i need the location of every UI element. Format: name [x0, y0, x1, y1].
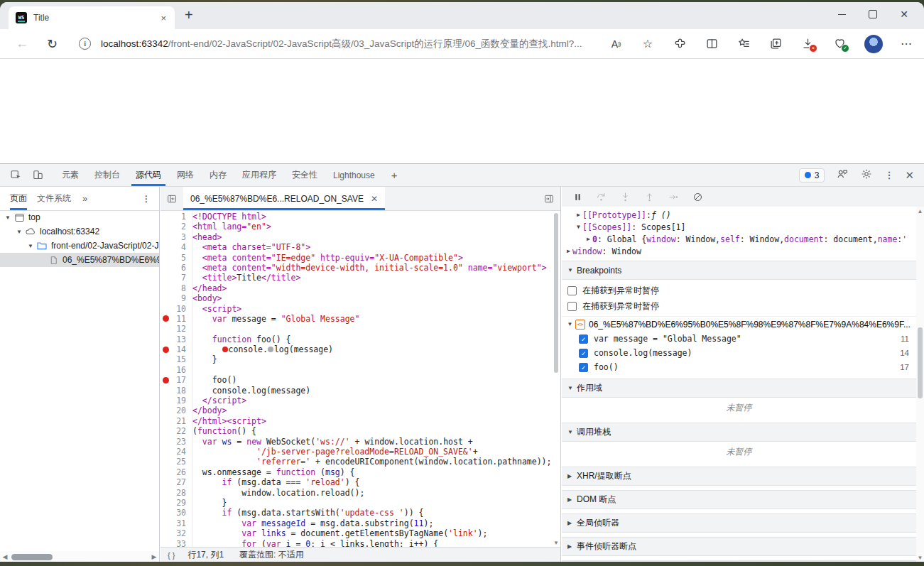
- debugger-section-header[interactable]: ▼作用域: [562, 379, 916, 398]
- gutter-line[interactable]: 19: [161, 396, 192, 406]
- hide-debugger-icon[interactable]: [543, 193, 555, 205]
- code-line[interactable]: (function() {: [192, 426, 553, 436]
- device-toolbar-icon[interactable]: [32, 169, 44, 181]
- hide-navigator-icon[interactable]: [166, 193, 178, 205]
- minimize-button[interactable]: [826, 2, 857, 26]
- gutter-line[interactable]: 15: [161, 354, 192, 364]
- favorites-hub-icon[interactable]: [737, 37, 751, 51]
- gutter-line[interactable]: 30: [161, 508, 192, 518]
- debugger-section-header[interactable]: ▶XHR/提取断点: [562, 467, 916, 486]
- gutter-line[interactable]: 10: [161, 304, 192, 314]
- devtools-tab[interactable]: 网络: [169, 164, 202, 186]
- tab-overflow-chevron-icon[interactable]: »: [82, 193, 87, 204]
- code-line[interactable]: console.log(message): [192, 344, 553, 354]
- expander-icon[interactable]: ▶: [575, 212, 582, 218]
- breakpoint-checkbox[interactable]: ✓: [579, 334, 588, 344]
- breakpoint-marker-icon[interactable]: [163, 377, 169, 383]
- breakpoint-marker-icon[interactable]: [163, 347, 169, 353]
- inline-breakpoint-red-icon[interactable]: [222, 347, 228, 352]
- gutter-line[interactable]: 6: [161, 263, 192, 273]
- scope-preview-row[interactable]: ▼[[Scopes]]: Scopes[1]: [562, 221, 916, 233]
- gutter-line[interactable]: 13: [161, 334, 192, 344]
- back-button[interactable]: ←: [16, 36, 28, 51]
- devtools-more-options-icon[interactable]: ⋮: [884, 170, 893, 180]
- debugger-section-header[interactable]: ▼调用堆栈: [562, 423, 916, 442]
- gutter-line[interactable]: 16: [161, 365, 192, 375]
- breakpoint-item[interactable]: ✓foo()17: [562, 360, 916, 374]
- gutter-line[interactable]: 23: [161, 437, 192, 447]
- scroll-up-arrow-icon[interactable]: ▲: [916, 208, 924, 214]
- read-aloud-icon[interactable]: A)): [609, 37, 623, 51]
- scrollbar-thumb[interactable]: [11, 554, 53, 560]
- code-line[interactable]: [192, 324, 553, 334]
- devtools-tab[interactable]: 源代码: [128, 164, 169, 186]
- code-line[interactable]: 'referrer=' + encodeURIComponent(window.…: [192, 457, 553, 467]
- pause-script-icon[interactable]: [573, 192, 582, 202]
- collections-icon[interactable]: [768, 37, 783, 51]
- scrollbar-thumb[interactable]: [554, 213, 558, 373]
- code-editor[interactable]: 1234567891011121314151617181920212223242…: [161, 210, 560, 548]
- gutter-line[interactable]: 21: [161, 416, 192, 426]
- new-tab-button[interactable]: +: [185, 7, 193, 23]
- code-line[interactable]: </script>: [192, 396, 553, 406]
- editor-file-tab[interactable]: 06_%E5%87%BD%E6...RELOAD_ON_SAVE ✕: [183, 187, 385, 210]
- scrollbar-thumb[interactable]: [918, 327, 923, 398]
- close-window-button[interactable]: ✕: [888, 2, 920, 26]
- expander-icon[interactable]: ▼: [575, 224, 582, 230]
- gutter-line[interactable]: 12: [161, 324, 192, 334]
- code-line[interactable]: foo(): [192, 375, 553, 385]
- navigator-horizontal-scrollbar[interactable]: ◀ ▶: [0, 551, 159, 562]
- gutter-line[interactable]: 24: [161, 447, 192, 457]
- deactivate-breakpoints-icon[interactable]: [692, 192, 703, 202]
- tree-expander-icon[interactable]: ▼: [16, 229, 23, 235]
- code-line[interactable]: <title>Title</title>: [192, 273, 553, 283]
- step-over-icon[interactable]: [596, 192, 607, 202]
- editor-vertical-scrollbar[interactable]: ▼: [553, 210, 560, 548]
- gutter-line[interactable]: 8: [161, 283, 192, 293]
- breakpoint-checkbox[interactable]: ✓: [579, 363, 588, 372]
- gutter-line[interactable]: 5: [161, 253, 192, 263]
- debugger-vertical-scrollbar[interactable]: ▲ ▼: [916, 207, 924, 562]
- scroll-left-arrow-icon[interactable]: ◀: [0, 553, 10, 560]
- tree-expander-icon[interactable]: ▼: [4, 214, 11, 221]
- scope-preview-row[interactable]: ▶0: Global {window: Window, self: Window…: [562, 233, 916, 245]
- tab-filesystem[interactable]: 文件系统: [37, 187, 71, 210]
- breakpoint-checkbox[interactable]: ✓: [579, 349, 588, 358]
- devtools-tab[interactable]: 应用程序: [234, 164, 284, 186]
- gutter-line[interactable]: 4: [161, 242, 192, 252]
- editor-code[interactable]: <!DOCTYPE html><html lang="en"><head> <m…: [192, 212, 553, 548]
- browser-tab[interactable]: WS Title ×: [9, 6, 175, 29]
- issues-people-icon[interactable]: [836, 168, 849, 183]
- code-line[interactable]: var links = document.getElementsByTagNam…: [192, 528, 553, 538]
- gutter-line[interactable]: 28: [161, 488, 192, 498]
- expander-icon[interactable]: ▶: [565, 248, 572, 254]
- code-line[interactable]: <head>: [192, 232, 553, 242]
- tab-page[interactable]: 页面: [10, 187, 27, 210]
- code-line[interactable]: }: [192, 498, 553, 508]
- inspect-element-icon[interactable]: [10, 169, 22, 181]
- navigator-more-icon[interactable]: ⋮: [142, 194, 151, 204]
- tree-expander-icon[interactable]: ▼: [27, 243, 34, 249]
- favorite-star-icon[interactable]: ☆: [641, 37, 655, 51]
- gutter-line[interactable]: 25: [161, 457, 192, 467]
- code-line[interactable]: }: [192, 354, 553, 364]
- step-into-icon[interactable]: [620, 192, 631, 202]
- tab-close-icon[interactable]: ×: [159, 13, 168, 23]
- settings-more-icon[interactable]: ⋯: [901, 37, 913, 50]
- gutter-line[interactable]: 3: [161, 232, 192, 242]
- code-line[interactable]: <meta charset="UTF-8">: [192, 242, 553, 252]
- debugger-section-header[interactable]: ▶CSP 违反了规定断点: [562, 560, 916, 562]
- breakpoint-file-group[interactable]: ▼<>06_%E5%87%BD%E6%95%B0%E5%8F%98%E9%87%…: [562, 316, 916, 332]
- devtools-close-icon[interactable]: ✕: [905, 169, 914, 182]
- scroll-down-arrow-icon[interactable]: ▼: [553, 540, 560, 546]
- scope-preview-row[interactable]: ▶[[Prototype]]: ƒ (): [562, 209, 916, 221]
- expander-icon[interactable]: ▶: [585, 236, 592, 242]
- scroll-right-arrow-icon[interactable]: ▶: [149, 553, 159, 560]
- gutter-line[interactable]: 11: [161, 314, 192, 324]
- code-line[interactable]: var ws = new WebSocket('ws://' + window.…: [192, 437, 553, 447]
- debugger-section-header[interactable]: ▶DOM 断点: [562, 490, 916, 509]
- code-line[interactable]: <meta content="width=device-width, initi…: [192, 263, 553, 273]
- breakpoint-marker-icon[interactable]: [163, 315, 169, 322]
- editor-gutter[interactable]: 1234567891011121314151617181920212223242…: [161, 212, 192, 548]
- gutter-line[interactable]: 1: [161, 212, 192, 222]
